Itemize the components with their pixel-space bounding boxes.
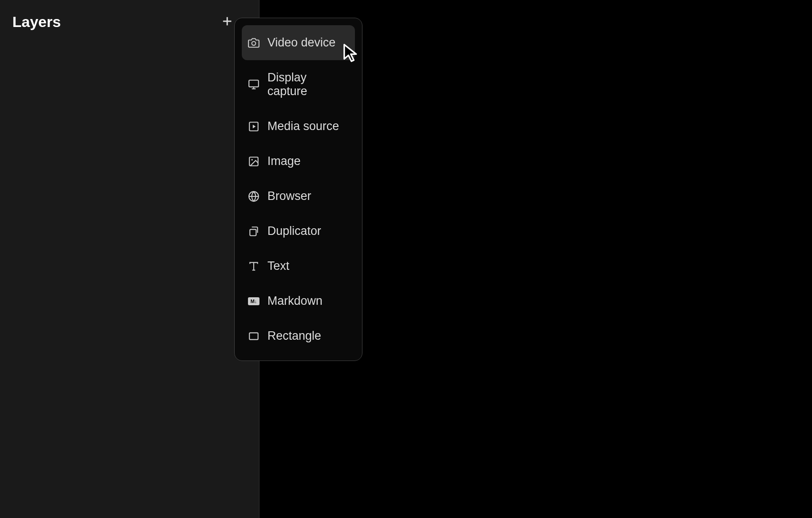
add-layer-menu: Video device Display capture Media sourc… [234, 18, 362, 361]
menu-item-label: Duplicator [267, 224, 321, 238]
monitor-icon [248, 79, 259, 90]
menu-item-label: Browser [267, 189, 311, 203]
canvas-inner [286, 31, 812, 518]
svg-rect-15 [249, 333, 258, 339]
menu-item-display-capture[interactable]: Display capture [242, 60, 355, 109]
menu-item-label: Rectangle [267, 329, 321, 343]
markdown-icon: M↓ [248, 295, 259, 307]
text-icon [248, 261, 259, 272]
menu-item-duplicator[interactable]: Duplicator [242, 214, 355, 249]
menu-item-label: Display capture [267, 71, 349, 98]
globe-icon [248, 191, 259, 202]
menu-item-label: Image [267, 154, 301, 168]
rectangle-icon [248, 330, 259, 342]
image-icon [248, 156, 259, 167]
menu-item-media-source[interactable]: Media source [242, 109, 355, 144]
menu-item-label: Media source [267, 119, 339, 133]
menu-item-label: Video device [267, 36, 335, 50]
svg-point-2 [252, 41, 256, 45]
svg-marker-7 [253, 124, 256, 128]
svg-point-9 [252, 159, 253, 160]
menu-item-image[interactable]: Image [242, 144, 355, 179]
menu-item-video-device[interactable]: Video device [242, 25, 355, 60]
play-square-icon [248, 121, 259, 132]
menu-item-rectangle[interactable]: Rectangle [242, 318, 355, 353]
plus-icon [221, 15, 233, 27]
camera-icon [248, 37, 259, 49]
add-layer-button[interactable] [219, 13, 235, 29]
menu-item-label: Text [267, 259, 290, 273]
menu-item-label: Markdown [267, 294, 323, 308]
svg-rect-12 [250, 229, 256, 235]
svg-rect-3 [249, 80, 259, 87]
menu-item-text[interactable]: Text [242, 249, 355, 284]
layers-panel: Layers [0, 0, 259, 518]
menu-item-markdown[interactable]: M↓ Markdown [242, 284, 355, 318]
menu-item-browser[interactable]: Browser [242, 179, 355, 214]
duplicate-icon [248, 226, 259, 237]
